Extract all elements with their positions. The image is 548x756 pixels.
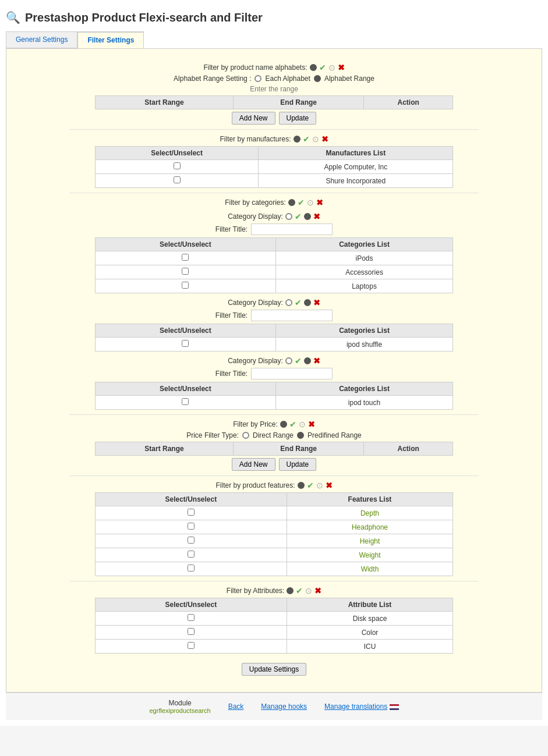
content-area: Filter by product name alphabets: ✔ ⊙ ✖ … [6, 48, 542, 693]
price-add-new-btn[interactable]: Add New [232, 458, 275, 471]
filter-title-3-label: Filter Title: [215, 370, 248, 378]
cat1-name-3: Laptops [275, 279, 452, 293]
cat1-name-1: iPods [275, 251, 452, 265]
price-filter-type-row: Price Filter Type: Direct Range Predifin… [18, 431, 530, 439]
cat-display-1-radio-off[interactable] [285, 213, 292, 220]
filter-attributes-label: Filter by Attributes: [227, 587, 284, 595]
attr-cb-1[interactable] [188, 614, 195, 621]
cat-display-2-x: ✖ [313, 298, 320, 307]
cat1-cb-2[interactable] [182, 268, 189, 275]
table-row: Depth [95, 506, 452, 520]
filter-title-3-row: Filter Title: [18, 368, 530, 379]
alphabet-range-label: Alphabet Range [324, 74, 374, 83]
alphabet-range-radio[interactable] [314, 75, 321, 82]
cat3-cb-1[interactable] [182, 398, 189, 405]
attr-name-3: ICU [287, 640, 452, 654]
update-settings-row: Update Settings [18, 663, 530, 676]
manufactures-circle: ⊙ [312, 134, 319, 144]
attributes-table: Select/Unselect Attribute List Disk spac… [95, 598, 453, 654]
tab-general-settings[interactable]: General Settings [6, 31, 77, 48]
table-row: Disk space [95, 612, 452, 626]
manufactures-table: Select/Unselect Manufactures List Apple … [95, 146, 453, 188]
attributes-x: ✖ [314, 586, 321, 595]
table-row: ICU [95, 640, 452, 654]
footer-manage-hooks-link[interactable]: Manage hooks [261, 702, 307, 711]
feat-cb-2[interactable] [188, 523, 195, 530]
attr-header-list: Attribute List [287, 598, 452, 612]
manufactures-radio[interactable] [294, 136, 300, 143]
alphabet-update-btn[interactable]: Update [279, 112, 317, 125]
attributes-radio[interactable] [287, 587, 294, 594]
cat1-cb-1[interactable] [182, 254, 189, 261]
filter-title-3-input[interactable] [251, 368, 333, 379]
manufactures-cb-2[interactable] [95, 174, 259, 188]
cat3-name-1: ipod touch [275, 396, 452, 410]
filter-title-2-input[interactable] [251, 310, 333, 321]
footer-module-label: Module [149, 699, 210, 707]
manufactures-cb-1[interactable] [95, 160, 259, 174]
manufactures-header-select: Select/Unselect [95, 147, 259, 160]
page-title: Prestashop Product Flexi-search and Filt… [25, 11, 263, 24]
features-circle: ⊙ [316, 481, 323, 490]
each-alphabet-radio[interactable] [254, 75, 261, 82]
filter-features-label: Filter by product features: [215, 481, 295, 489]
direct-range-label: Direct Range [253, 431, 294, 439]
alphabet-table-header-action: Action [364, 96, 453, 109]
feat-name-5: Width [287, 562, 452, 576]
attr-cb-3[interactable] [188, 642, 195, 649]
manufactures-name-1: Apple Computer, Inc [259, 160, 453, 174]
footer: Module egrflexiproductsearch Back Manage… [6, 693, 542, 720]
features-radio[interactable] [298, 482, 305, 489]
predifined-range-label: Predifined Range [307, 431, 362, 439]
tab-filter-settings[interactable]: Filter Settings [77, 31, 144, 48]
footer-manage-translations[interactable]: Manage translations [324, 702, 398, 711]
alphabet-range-table: Start Range End Range Action [95, 95, 453, 109]
feat-cb-4[interactable] [188, 551, 195, 558]
filter-attributes-row: Filter by Attributes: ✔ ⊙ ✖ [18, 586, 530, 595]
cat-display-2-radio-off[interactable] [285, 299, 292, 306]
categories-radio[interactable] [288, 199, 295, 206]
cat-display-3-radio-on[interactable] [304, 357, 311, 364]
price-range-table: Start Range End Range Action [95, 442, 453, 456]
footer-back-link[interactable]: Back [228, 702, 244, 711]
attributes-circle: ⊙ [305, 586, 312, 595]
table-row: Width [95, 562, 452, 576]
filter-categories-label: Filter by categories: [225, 198, 286, 207]
filter-title-1-input[interactable] [251, 223, 333, 235]
product-name-radio-on[interactable] [310, 64, 317, 71]
cat-display-3-radio-off[interactable] [285, 357, 292, 364]
manufactures-header-list: Manufactures List [259, 147, 453, 160]
feat-cb-3[interactable] [188, 537, 195, 544]
cat1-header-select: Select/Unselect [95, 238, 275, 251]
attr-header-select: Select/Unselect [95, 598, 287, 612]
predifined-range-radio[interactable] [297, 432, 304, 439]
price-update-btn[interactable]: Update [279, 458, 317, 471]
cat-display-1-radio-on[interactable] [304, 213, 311, 220]
cat2-name-1: ipod shuffle [275, 338, 452, 352]
price-check: ✔ [289, 420, 296, 429]
direct-range-radio[interactable] [242, 432, 249, 439]
alphabet-add-new-btn[interactable]: Add New [232, 112, 275, 125]
table-row: Headphone [95, 520, 452, 534]
cat1-header-list: Categories List [275, 238, 452, 251]
update-settings-btn[interactable]: Update Settings [242, 663, 306, 676]
feat-cb-1[interactable] [188, 509, 195, 516]
category-display-1-row: Category Display: ✔ ✖ [18, 212, 530, 221]
table-row: Laptops [95, 279, 452, 293]
cat2-cb-1[interactable] [182, 340, 189, 347]
filter-manufactures-label: Filter by manufactures: [220, 135, 291, 143]
footer-translations-label: Manage translations [324, 702, 387, 711]
price-radio[interactable] [280, 421, 287, 428]
features-header-list: Features List [287, 493, 452, 506]
price-filter-type-label: Price Filter Type: [186, 431, 239, 439]
product-name-check: ✔ [319, 63, 326, 72]
cat1-cb-3[interactable] [182, 282, 189, 289]
cat-display-2-radio-on[interactable] [304, 299, 311, 306]
feat-cb-5[interactable] [188, 565, 195, 572]
attr-cb-2[interactable] [188, 628, 195, 635]
product-name-x: ✖ [338, 63, 345, 72]
price-btn-row: Add New Update [18, 458, 530, 471]
cat-display-3-x: ✖ [313, 356, 320, 365]
filter-title-2-label: Filter Title: [215, 311, 248, 320]
table-row: Color [95, 626, 452, 640]
